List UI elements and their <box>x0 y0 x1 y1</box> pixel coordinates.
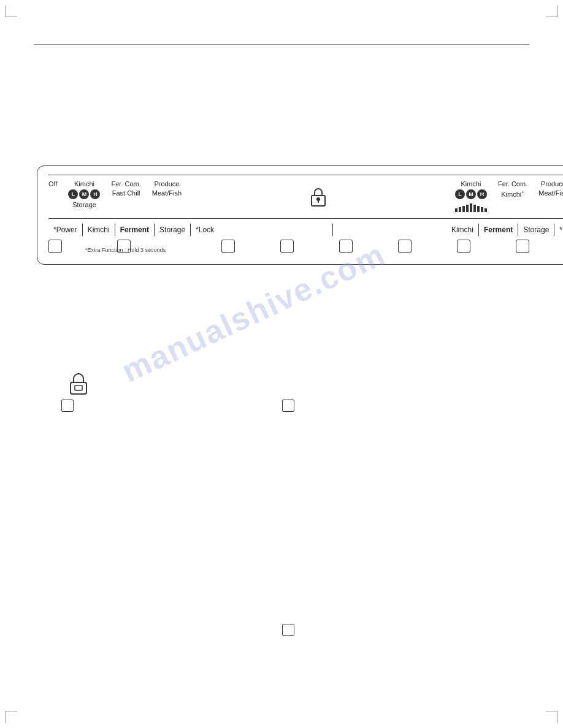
left-kimchi-col: Kimchi L M H Storage <box>68 180 100 208</box>
storage-btn-label-right: Storage <box>518 224 554 235</box>
bar-seg-3 <box>462 206 465 212</box>
left-fast-chill-label: Fast Chill <box>112 189 140 197</box>
btn-square-ferment-right[interactable] <box>457 240 470 253</box>
corner-mark-tr <box>546 5 558 17</box>
right-display: Kimchi L M H <box>334 180 563 212</box>
left-off-col: Off <box>48 180 57 188</box>
kimchi-btn-label-right: Kimchi <box>446 224 478 235</box>
svg-rect-3 <box>71 382 86 394</box>
right-fer-col: Fer. Com. Kimchi+ <box>498 180 527 198</box>
svg-rect-4 <box>75 385 82 390</box>
bar-seg-2 <box>459 207 461 212</box>
panel-display-row: Off Kimchi L M H Storage Fer. Com. Fast … <box>48 180 563 212</box>
lock-btn-label: *Lock <box>191 224 219 235</box>
scattered-square-2 <box>282 400 294 412</box>
scattered-square-3 <box>282 624 294 636</box>
right-produce-col: Produce Meat/Fish <box>538 180 563 197</box>
left-storage-label: Storage <box>72 201 96 208</box>
left-produce-col: Produce Meat/Fish <box>152 180 182 197</box>
extra-function-note: *Extra Function : Hold 3 seconds <box>85 247 166 253</box>
ferment-btn-label-right: Ferment <box>479 224 518 235</box>
bar-seg-1 <box>455 208 458 212</box>
bar-seg-5 <box>470 203 472 212</box>
btn-square-ferment-left[interactable] <box>221 240 235 253</box>
center-lock-icon <box>309 186 327 208</box>
scattered-square-1 <box>61 400 74 412</box>
btn-square-lock[interactable] <box>339 240 353 253</box>
left-fer-label: Fer. Com. <box>111 180 140 188</box>
corner-mark-bl <box>5 711 17 723</box>
bar-seg-8 <box>481 207 483 212</box>
badge-l: L <box>68 189 78 199</box>
left-display: Off Kimchi L M H Storage Fer. Com. Fast … <box>48 180 303 208</box>
bar-seg-7 <box>477 206 480 212</box>
right-fer-label: Fer. Com. <box>498 180 527 188</box>
center-divider <box>332 224 333 236</box>
btn-square-kimchi-right[interactable] <box>398 240 412 253</box>
right-produce-label: Produce <box>541 180 563 188</box>
bar-seg-6 <box>473 205 476 212</box>
center-lock-display <box>303 186 334 208</box>
bar-seg-4 <box>466 205 469 212</box>
corner-mark-tl <box>5 5 17 17</box>
panel-top-line <box>48 175 563 175</box>
storage-btn-label-left: Storage <box>155 224 190 235</box>
right-badge-h: H <box>477 189 487 199</box>
left-lmh-badges: L M H <box>68 189 100 199</box>
top-divider-line <box>34 44 529 45</box>
right-lmh-badges: L M H <box>455 189 487 199</box>
left-produce-label: Produce <box>154 180 179 188</box>
lock-icon-section <box>69 373 88 398</box>
right-kimchi-col: Kimchi L M H <box>455 180 487 212</box>
btn-square-storage-left[interactable] <box>280 240 294 253</box>
btn-square-storage-right[interactable] <box>516 240 529 253</box>
right-meat-fish-label: Meat/Fish <box>538 189 563 197</box>
bar-indicator <box>455 201 487 212</box>
badge-m: M <box>79 189 89 199</box>
power-btn-label: *Power <box>48 224 82 235</box>
lock-icon-below <box>69 373 88 396</box>
power-btn-label-right: *Power <box>554 224 563 235</box>
corner-mark-br <box>546 711 558 723</box>
kimchi-btn-label-left: Kimchi <box>83 224 115 235</box>
panel-bottom-line <box>48 218 563 219</box>
right-badge-l: L <box>455 189 465 199</box>
ferment-btn-label-left: Ferment <box>115 224 154 235</box>
right-kimchi-plus-label: Kimchi+ <box>501 189 524 198</box>
control-panel-diagram: Off Kimchi L M H Storage Fer. Com. Fast … <box>37 165 563 265</box>
left-off-label: Off <box>48 180 57 188</box>
left-buttons-group: *Power Kimchi Ferment Storage *Lock <box>48 224 219 236</box>
svg-point-2 <box>317 198 320 200</box>
left-kimchi-label: Kimchi <box>74 180 94 188</box>
btn-square-power-left[interactable] <box>48 240 62 253</box>
left-fer-col: Fer. Com. Fast Chill <box>111 180 140 197</box>
bar-seg-9 <box>484 208 487 212</box>
right-kimchi-label: Kimchi <box>461 180 481 188</box>
buttons-row: *Power Kimchi Ferment Storage *Lock Kimc… <box>48 224 563 236</box>
right-buttons-group: Kimchi Ferment Storage *Power <box>446 224 563 236</box>
badge-h: H <box>90 189 100 199</box>
right-badge-m: M <box>466 189 476 199</box>
left-meat-fish-label: Meat/Fish <box>152 189 182 197</box>
